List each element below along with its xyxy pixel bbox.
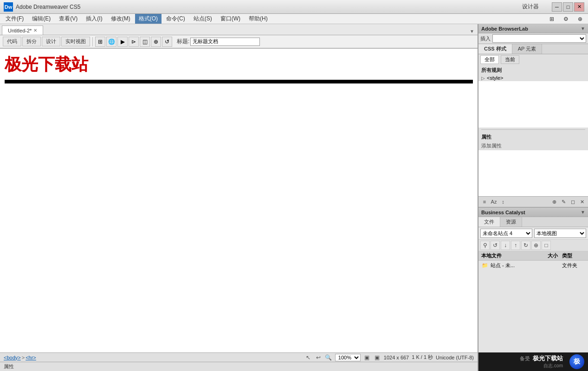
properties-section-title: 属性: [478, 132, 588, 141]
breadcrumb-body[interactable]: <body>: [4, 355, 21, 360]
menu-site[interactable]: 站点(S): [190, 14, 216, 24]
insert-select[interactable]: [492, 34, 586, 43]
business-catalyst-panel: Business Catalyst ▼ 文件 资源 未命名站点 4 本地视图: [478, 208, 588, 371]
toolbar-refresh[interactable]: ↺: [162, 37, 172, 47]
menu-help[interactable]: 帮助(H): [245, 14, 271, 24]
css-icon-close[interactable]: ✕: [578, 198, 586, 206]
live-view-button[interactable]: 实时视图: [61, 37, 90, 46]
toolbar-icon4[interactable]: ⊳: [129, 37, 139, 47]
bc-table-header: 本地文件 大小 类型: [478, 251, 588, 261]
subtab-all[interactable]: 全部: [480, 55, 499, 64]
bc-expand-btn[interactable]: □: [542, 241, 551, 250]
css-icon-sort[interactable]: ↕: [499, 198, 507, 206]
rule-label: <style>: [487, 75, 503, 81]
menu-extend-icon[interactable]: ⊕: [574, 15, 586, 23]
bc-sync-btn[interactable]: ↻: [521, 241, 530, 250]
title-bar-left: Dw Adobe Dreamweaver CS5: [4, 2, 80, 12]
layout-icon2[interactable]: ▣: [374, 354, 381, 361]
split-view-button[interactable]: 拆分: [22, 37, 41, 46]
encoding-info: Unicode (UTF-8): [436, 355, 474, 360]
bc-add-btn[interactable]: ⊕: [531, 241, 541, 250]
bc-site-select[interactable]: 未命名站点 4: [480, 229, 532, 238]
toolbar-icon6[interactable]: ⊕: [151, 37, 161, 47]
css-ap-tabs: CSS 样式 AP 元素: [478, 44, 588, 54]
layout-icon1[interactable]: ▣: [363, 354, 371, 361]
bottom-sub: 自志.com: [543, 363, 563, 369]
page-title-input[interactable]: [190, 38, 260, 46]
toolbar-icon1[interactable]: ⊞: [95, 37, 105, 47]
divider: [481, 129, 585, 130]
bc-collapse-icon[interactable]: ▼: [581, 210, 585, 215]
close-button[interactable]: ✕: [574, 2, 584, 12]
bc-filetype: 文件夹: [562, 262, 585, 269]
title-field-label: 标题:: [177, 38, 189, 45]
toolbar-icon5[interactable]: ◫: [140, 37, 150, 47]
toolbar-icon2[interactable]: 🌐: [106, 37, 116, 47]
col-local-files: 本地文件: [481, 252, 543, 259]
tab-untitled2[interactable]: Untitled-2* ✕: [2, 26, 43, 35]
css-icon-edit[interactable]: ✎: [559, 198, 568, 206]
bc-view-select[interactable]: 本地视图: [534, 229, 586, 238]
bc-upload-btn[interactable]: ↑: [511, 241, 520, 250]
bc-search-btn[interactable]: ⚲: [480, 241, 490, 250]
css-icon-list[interactable]: ≡: [480, 198, 489, 206]
breadcrumb-hr[interactable]: <hr>: [26, 355, 36, 360]
panel-header-icons: ▼: [581, 26, 585, 31]
view-toolbar: 代码 拆分 设计 实时视图 ⊞ 🌐 ▶ ⊳ ◫ ⊕ ↺ 标题:: [0, 35, 478, 48]
folder-icon: 📁: [481, 262, 489, 269]
bc-tab-files[interactable]: 文件: [478, 217, 500, 227]
subtab-current[interactable]: 当前: [501, 55, 519, 64]
menu-command[interactable]: 命令(C): [162, 14, 189, 24]
menu-insert[interactable]: 插入(I): [82, 14, 106, 24]
properties-label: 属性: [4, 363, 14, 370]
tab-css-styles[interactable]: CSS 样式: [478, 44, 512, 54]
menu-gear-icon[interactable]: ⚙: [560, 15, 572, 23]
rule-expand-icon[interactable]: ▷: [481, 76, 485, 81]
insert-row: 插入: [478, 33, 588, 44]
panel-collapse-icon[interactable]: ▼: [581, 26, 585, 31]
menu-format[interactable]: 格式(O): [135, 14, 162, 24]
menu-layout-icon[interactable]: ⊞: [546, 15, 558, 23]
tab-close-icon[interactable]: ✕: [33, 28, 37, 33]
bc-file-row[interactable]: 📁 站点 - 未... 文件夹: [478, 261, 588, 270]
insert-label: 插入: [480, 35, 491, 42]
rule-style[interactable]: ▷ <style>: [478, 75, 588, 81]
properties-bar: 属性: [0, 362, 478, 371]
status-right: ↖ ↩ 🔍 100% 50% 200% ▣ ▣ 1024 x 667 1 K /…: [304, 354, 474, 361]
bc-tab-resources[interactable]: 资源: [500, 217, 522, 227]
design-view-button[interactable]: 设计: [42, 37, 60, 46]
app-icon: Dw: [4, 2, 13, 12]
menu-edit[interactable]: 编辑(E): [28, 14, 54, 24]
tab-ap-elements[interactable]: AP 元素: [512, 44, 543, 54]
bc-content-space: [478, 270, 588, 352]
css-icon-az[interactable]: Az: [490, 198, 498, 206]
bc-title: Business Catalyst: [481, 210, 525, 215]
zoom-search-icon[interactable]: 🔍: [325, 354, 332, 361]
menu-file[interactable]: 文件(F): [2, 14, 27, 24]
page-heading: 极光下载站: [5, 53, 473, 76]
add-property-link[interactable]: 添加属性: [478, 141, 588, 150]
minimize-button[interactable]: ─: [552, 2, 562, 12]
bc-refresh-btn[interactable]: ↺: [491, 241, 500, 250]
cursor-icon[interactable]: ↖: [304, 354, 312, 361]
col-size: 大小: [543, 252, 562, 259]
undo-icon[interactable]: ↩: [315, 354, 322, 361]
menu-window[interactable]: 窗口(W): [217, 14, 244, 24]
dimensions-info: 1024 x 667: [384, 355, 409, 360]
bc-filename: 站点 - 未...: [491, 262, 515, 269]
css-icon-delete[interactable]: ◻: [569, 198, 577, 206]
page-content: 极光下载站: [0, 49, 478, 88]
css-icon-link[interactable]: ⊕: [550, 198, 558, 206]
bc-download-btn[interactable]: ↓: [501, 241, 510, 250]
app-title: Adobe Dreamweaver CS5: [16, 4, 80, 10]
toolbar-icon3[interactable]: ▶: [117, 37, 128, 47]
code-view-button[interactable]: 代码: [3, 37, 21, 46]
maximize-button[interactable]: □: [563, 2, 573, 12]
zoom-select[interactable]: 100% 50% 200%: [335, 354, 361, 361]
menu-view[interactable]: 查看(V): [55, 14, 81, 24]
design-area[interactable]: 极光下载站: [0, 49, 478, 352]
bc-file-resource-tabs: 文件 资源: [478, 217, 588, 227]
tab-collapse-icon[interactable]: ▼: [468, 27, 476, 35]
browserlab-title: Adobe BrowserLab: [481, 26, 528, 32]
menu-modify[interactable]: 修改(M): [107, 14, 134, 24]
